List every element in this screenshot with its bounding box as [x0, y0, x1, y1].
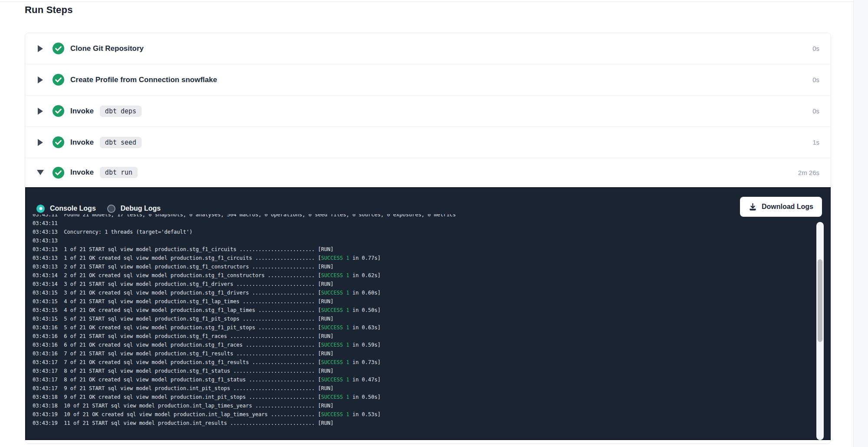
log-line: 03:43:16 7 of 21 START sql view model pr…: [33, 349, 813, 358]
log-line: 03:43:17 7 of 21 OK created sql view mod…: [33, 358, 813, 367]
command-badge: dbt seed: [100, 137, 141, 148]
run-steps-card: Clone Git Repository 0s Create Profile f…: [25, 33, 831, 444]
check-success-icon: [53, 43, 64, 54]
step-label: Create Profile from Connection snowflake: [70, 76, 217, 84]
debug-logs-radio[interactable]: Debug Logs: [107, 205, 161, 213]
log-success-status: SUCCESS 1: [321, 359, 349, 365]
console-logs-radio[interactable]: Console Logs: [36, 205, 96, 213]
log-line: 03:43:15 4 of 21 START sql view model pr…: [33, 297, 813, 306]
log-success-status: SUCCESS 1: [321, 255, 349, 261]
console-scrollbar[interactable]: [816, 222, 824, 440]
check-success-icon: [53, 167, 64, 179]
step-label: Invoke: [70, 107, 94, 116]
log-success-status: SUCCESS 1: [321, 290, 349, 296]
caret-down-icon[interactable]: [37, 170, 43, 175]
step-row-dbt-seed[interactable]: Invoke dbt seed 1s: [25, 127, 831, 158]
caret-right-icon[interactable]: [37, 108, 43, 115]
command-badge: dbt run: [100, 167, 138, 178]
run-steps-page: Run Steps Clone Git Repository 0s Create…: [0, 0, 868, 447]
console-log-output[interactable]: 03:43:11 Found 21 models, 17 tests, 0 sn…: [33, 214, 813, 437]
log-success-status: SUCCESS 1: [321, 307, 349, 313]
log-line: 03:43:11 Found 21 models, 17 tests, 0 sn…: [33, 214, 813, 219]
step-row-create-profile[interactable]: Create Profile from Connection snowflake…: [25, 64, 831, 96]
log-line: 03:43:13 Concurrency: 1 threads (target=…: [33, 228, 813, 236]
step-duration: 0s: [812, 45, 819, 52]
log-line: 03:43:14 2 of 21 OK created sql view mod…: [33, 271, 813, 280]
log-success-status: SUCCESS 1: [321, 394, 349, 400]
console-header: Console Logs Debug Logs Download Logs: [26, 188, 831, 217]
check-success-icon: [53, 74, 64, 86]
step-label: Clone Git Repository: [70, 44, 144, 53]
download-icon: [749, 203, 757, 211]
log-line: 03:43:11: [33, 219, 813, 228]
page-title: Run Steps: [25, 4, 73, 16]
log-line: 03:43:15 4 of 21 OK created sql view mod…: [33, 306, 813, 315]
log-success-status: SUCCESS 1: [321, 342, 349, 348]
log-line: 03:43:16 5 of 21 OK created sql view mod…: [33, 323, 813, 332]
log-success-status: SUCCESS 1: [321, 272, 349, 278]
log-success-status: SUCCESS 1: [321, 411, 349, 417]
log-line: 03:43:13: [33, 236, 813, 245]
log-line: 03:43:14 3 of 21 START sql view model pr…: [33, 280, 813, 288]
caret-right-icon[interactable]: [37, 45, 43, 52]
log-line: 03:43:16 6 of 21 OK created sql view mod…: [33, 341, 813, 349]
step-label: Invoke: [70, 168, 94, 177]
step-label: Invoke: [70, 138, 94, 147]
log-line: 03:43:13 1 of 21 START sql view model pr…: [33, 245, 813, 254]
step-row-dbt-deps[interactable]: Invoke dbt deps 0s: [25, 96, 831, 127]
log-line: 03:43:15 3 of 21 OK created sql view mod…: [33, 288, 813, 297]
caret-right-icon[interactable]: [37, 76, 43, 83]
caret-right-icon[interactable]: [37, 139, 43, 146]
log-line: 03:43:17 8 of 21 START sql view model pr…: [33, 367, 813, 375]
check-success-icon: [53, 136, 64, 148]
step-duration: 0s: [812, 76, 819, 83]
log-line: 03:43:13 2 of 21 START sql view model pr…: [33, 262, 813, 271]
log-success-status: SUCCESS 1: [321, 377, 349, 383]
log-line: 03:43:19 10 of 21 OK created sql view mo…: [33, 410, 813, 419]
right-gutter: [853, 0, 868, 447]
log-line: 03:43:13 1 of 21 OK created sql view mod…: [33, 254, 813, 262]
log-line: 03:43:17 9 of 21 START sql view model pr…: [33, 384, 813, 393]
log-line: 03:43:16 6 of 21 START sql view model pr…: [33, 332, 813, 341]
radio-label: Debug Logs: [121, 205, 161, 212]
step-duration: 0s: [812, 107, 819, 115]
log-line: 03:43:18 9 of 21 OK created sql view mod…: [33, 393, 813, 401]
log-line: 03:43:15 5 of 21 START sql view model pr…: [33, 315, 813, 323]
step-row-clone-git[interactable]: Clone Git Repository 0s: [25, 33, 831, 64]
radio-selected-icon: [36, 205, 45, 213]
log-line: 03:43:17 8 of 21 OK created sql view mod…: [33, 375, 813, 384]
log-line: 03:43:18 10 of 21 START sql view model p…: [33, 401, 813, 410]
top-divider: [0, 1, 853, 2]
log-line: 03:43:19 11 of 21 START sql view model p…: [33, 419, 813, 427]
console-panel: Console Logs Debug Logs Download Logs 03…: [25, 187, 831, 440]
step-duration: 1s: [812, 139, 819, 146]
step-row-dbt-run[interactable]: Invoke dbt run 2m 26s: [25, 158, 831, 187]
download-logs-label: Download Logs: [762, 203, 813, 211]
radio-unselected-icon: [107, 205, 115, 213]
step-duration: 2m 26s: [798, 169, 819, 176]
log-success-status: SUCCESS 1: [321, 324, 349, 331]
check-success-icon: [53, 105, 64, 117]
radio-label: Console Logs: [50, 205, 96, 212]
scrollbar-thumb[interactable]: [818, 259, 822, 342]
command-badge: dbt deps: [100, 106, 141, 117]
